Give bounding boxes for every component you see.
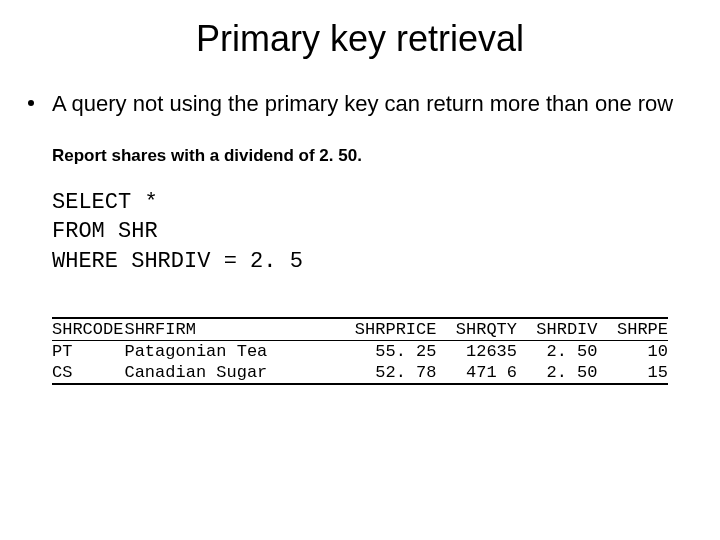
cell-shrcode: CS (52, 362, 124, 384)
cell-shrfirm: Canadian Sugar (124, 362, 325, 384)
slide-body: A query not using the primary key can re… (0, 60, 720, 385)
col-header-shrfirm: SHRFIRM (124, 318, 325, 341)
cell-shrdiv: 2. 50 (517, 340, 598, 362)
table-row: CS Canadian Sugar 52. 78 471 6 2. 50 15 (52, 362, 668, 384)
code-line: WHERE SHRDIV = 2. 5 (52, 249, 303, 274)
cell-shrqty: 12635 (436, 340, 517, 362)
bullet-dot-icon (28, 100, 34, 106)
cell-shrprice: 52. 78 (326, 362, 437, 384)
cell-shrfirm: Patagonian Tea (124, 340, 325, 362)
code-line: FROM SHR (52, 219, 158, 244)
cell-shrcode: PT (52, 340, 124, 362)
bullet-text: A query not using the primary key can re… (52, 90, 673, 118)
result-table-wrap: SHRCODE SHRFIRM SHRPRICE SHRQTY SHRDIV S… (52, 317, 668, 385)
bullet-item: A query not using the primary key can re… (28, 90, 692, 118)
cell-shrprice: 55. 25 (326, 340, 437, 362)
cell-shrpe: 10 (598, 340, 668, 362)
slide: Primary key retrieval A query not using … (0, 0, 720, 540)
report-caption: Report shares with a dividend of 2. 50. (52, 146, 692, 166)
cell-shrpe: 15 (598, 362, 668, 384)
col-header-shrdiv: SHRDIV (517, 318, 598, 341)
sql-code-block: SELECT * FROM SHR WHERE SHRDIV = 2. 5 (52, 188, 692, 277)
col-header-shrpe: SHRPE (598, 318, 668, 341)
col-header-shrqty: SHRQTY (436, 318, 517, 341)
table-header-row: SHRCODE SHRFIRM SHRPRICE SHRQTY SHRDIV S… (52, 318, 668, 341)
cell-shrqty: 471 6 (436, 362, 517, 384)
result-table: SHRCODE SHRFIRM SHRPRICE SHRQTY SHRDIV S… (52, 317, 668, 385)
cell-shrdiv: 2. 50 (517, 362, 598, 384)
col-header-shrprice: SHRPRICE (326, 318, 437, 341)
table-row: PT Patagonian Tea 55. 25 12635 2. 50 10 (52, 340, 668, 362)
code-line: SELECT * (52, 190, 158, 215)
col-header-shrcode: SHRCODE (52, 318, 124, 341)
slide-title: Primary key retrieval (0, 0, 720, 60)
